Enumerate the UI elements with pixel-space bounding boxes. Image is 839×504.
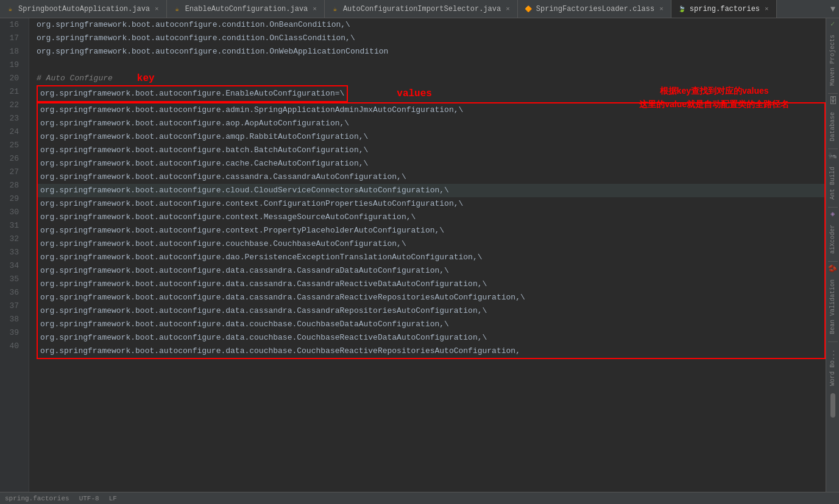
tab-spring-factories[interactable]: 🍃 spring.factories ×	[671, 0, 777, 18]
code-line-18: org.springframework.boot.autoconfigure.c…	[37, 45, 826, 58]
code-line-40: org.springframework.boot.autoconfigure.d…	[38, 345, 824, 358]
code-line-37: org.springframework.boot.autoconfigure.d…	[38, 304, 824, 318]
tab-close-1[interactable]: ×	[154, 5, 160, 13]
tab-label-4: SpringFactoriesLoader.class	[536, 5, 654, 13]
tab-enable-auto[interactable]: ☕ EnableAutoConfiguration.java ×	[167, 0, 325, 18]
code-line-28: org.springframework.boot.autoconfigure.c…	[38, 184, 824, 197]
values-box: org.springframework.boot.autoconfigure.a…	[37, 102, 826, 359]
sidebar-ant[interactable]: Ant Build	[828, 162, 837, 205]
tab-spring-factories-loader[interactable]: 🔶 SpringFactoriesLoader.class ×	[518, 0, 671, 18]
sidebar-divider-4	[828, 261, 838, 262]
sidebar-divider-5	[828, 341, 838, 342]
code-line-27: org.springframework.boot.autoconfigure.c…	[38, 170, 824, 184]
status-line-sep: LF	[109, 495, 117, 502]
code-lines-area[interactable]: org.springframework.boot.autoconfigure.c…	[29, 18, 826, 492]
sidebar-divider-3	[828, 207, 838, 208]
scrollbar-track[interactable]	[830, 393, 835, 491]
tab-auto-config-import[interactable]: ☕ AutoConfigurationImportSelector.java ×	[325, 0, 518, 18]
status-bar: spring.factories UTF-8 LF	[0, 492, 839, 504]
code-line-25: org.springframework.boot.autoconfigure.b…	[38, 144, 824, 157]
database-icon[interactable]: 🗄	[827, 96, 838, 106]
code-line-29: org.springframework.boot.autoconfigure.c…	[38, 197, 824, 211]
sidebar-divider-1	[828, 93, 838, 94]
factories-icon: 🍃	[678, 5, 686, 13]
code-content: 16 17 18 19 20 21 22 23 24 25 26 27 28 2…	[0, 18, 826, 492]
class-icon: 🔶	[524, 5, 533, 13]
wrap-container: org.springframework.boot.autoconfigure.c…	[29, 18, 826, 492]
code-line-24: org.springframework.boot.autoconfigure.a…	[38, 130, 824, 144]
code-line-16: org.springframework.boot.autoconfigure.c…	[37, 18, 826, 32]
java-icon-3: ☕	[331, 5, 339, 13]
right-panel-icon[interactable]: ▼	[827, 0, 839, 18]
label-key: key	[137, 72, 155, 85]
sidebar-word[interactable]: Word Bo...	[828, 345, 837, 391]
java-icon: ☕	[6, 5, 15, 13]
code-line-33: org.springframework.boot.autoconfigure.d…	[38, 251, 824, 264]
code-line-35: org.springframework.boot.autoconfigure.d…	[38, 278, 824, 291]
tab-label-2: EnableAutoConfiguration.java	[185, 5, 308, 13]
sidebar-maven[interactable]: Maven Projects	[828, 30, 837, 91]
main-area: 16 17 18 19 20 21 22 23 24 25 26 27 28 2…	[0, 18, 839, 492]
code-line-21: org.springframework.boot.autoconfigure.E…	[37, 85, 826, 102]
status-encoding: UTF-8	[79, 495, 99, 502]
line-numbers: 16 17 18 19 20 21 22 23 24 25 26 27 28 2…	[0, 18, 29, 492]
sidebar-aixcoder[interactable]: aiXcoder	[828, 220, 837, 259]
sidebar-divider-2	[828, 149, 838, 149]
tab-label: SpringbootAutoApplication.java	[18, 5, 150, 13]
sidebar-bean[interactable]: Bean Validation	[828, 275, 837, 339]
scrollbar-thumb[interactable]	[830, 393, 835, 418]
code-line-26: org.springframework.boot.autoconfigure.c…	[38, 157, 824, 170]
tab-label-3: AutoConfigurationImportSelector.java	[343, 5, 501, 13]
code-line-20: # Auto Configure key	[37, 72, 826, 85]
code-line-23: org.springframework.boot.autoconfigure.a…	[38, 117, 824, 130]
label-values: values	[397, 87, 432, 100]
code-line-32: org.springframework.boot.autoconfigure.c…	[38, 237, 824, 251]
code-line-36: org.springframework.boot.autoconfigure.d…	[38, 291, 824, 304]
maven-check-icon[interactable]: ✓	[827, 19, 838, 29]
code-line-30: org.springframework.boot.autoconfigure.c…	[38, 211, 824, 224]
sidebar-database[interactable]: Database	[828, 107, 837, 146]
tab-label-5: spring.factories	[690, 5, 760, 13]
code-line-34: org.springframework.boot.autoconfigure.d…	[38, 264, 824, 278]
tab-springboot-auto[interactable]: ☕ SpringbootAutoApplication.java ×	[0, 0, 167, 18]
code-line-17: org.springframework.boot.autoconfigure.c…	[37, 32, 826, 45]
ant-icon[interactable]: 🐜	[827, 152, 838, 161]
bean-icon[interactable]: 🫘	[827, 264, 838, 273]
code-line-39: org.springframework.boot.autoconfigure.d…	[38, 331, 824, 345]
code-line-31: org.springframework.boot.autoconfigure.c…	[38, 224, 824, 237]
right-sidebar: ✓ Maven Projects 🗄 Database 🐜 Ant Build …	[826, 18, 839, 492]
tab-close-4[interactable]: ×	[658, 5, 665, 13]
code-line-38: org.springframework.boot.autoconfigure.d…	[38, 318, 824, 331]
code-line-19	[37, 58, 826, 72]
java-icon-2: ☕	[173, 5, 182, 13]
status-filename: spring.factories	[5, 495, 69, 502]
code-line-22: org.springframework.boot.autoconfigure.a…	[38, 103, 824, 117]
tab-close-3[interactable]: ×	[504, 5, 511, 13]
code-editor: 16 17 18 19 20 21 22 23 24 25 26 27 28 2…	[0, 18, 826, 492]
aixcoder-icon[interactable]: ◈	[827, 209, 838, 219]
tab-bar: ☕ SpringbootAutoApplication.java × ☕ Ena…	[0, 0, 839, 18]
tab-close-2[interactable]: ×	[311, 5, 318, 13]
tab-close-5[interactable]: ×	[763, 5, 770, 13]
